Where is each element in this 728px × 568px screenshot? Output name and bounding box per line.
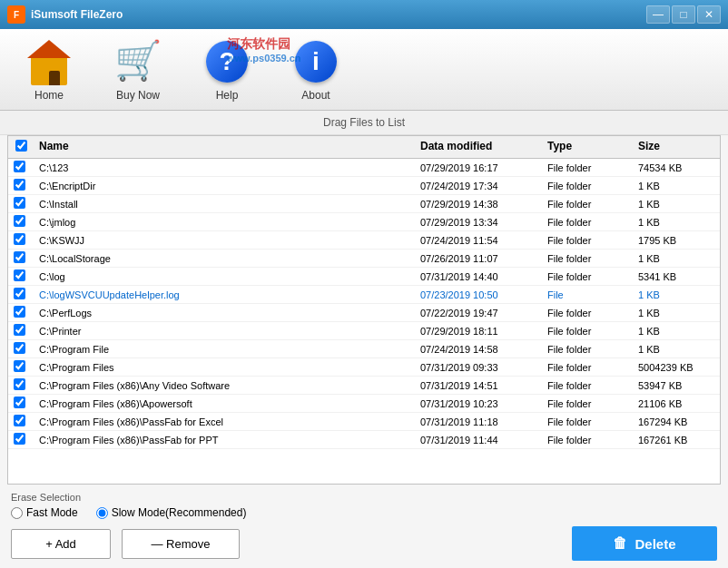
row-type: File folder	[547, 326, 638, 337]
row-checkbox[interactable]	[14, 179, 25, 191]
row-checkbox[interactable]	[14, 342, 25, 354]
toolbar-about[interactable]: i About	[285, 34, 347, 105]
row-modified: 07/31/2019 14:40	[420, 271, 547, 282]
table-row[interactable]: C:\Program Files 07/31/2019 09:33 File f…	[8, 358, 720, 377]
row-checkbox[interactable]	[14, 197, 25, 209]
table-row[interactable]: C:\PerfLogs 07/22/2019 19:47 File folder…	[8, 304, 720, 322]
fast-mode-input[interactable]	[11, 507, 23, 519]
app-icon: F	[7, 5, 25, 24]
row-name: C:\Printer	[35, 326, 420, 337]
row-modified: 07/29/2019 14:38	[420, 199, 547, 210]
table-row[interactable]: C:\Program Files (x86)\Apowersoft 07/31/…	[8, 395, 720, 413]
row-modified: 07/24/2019 14:58	[420, 344, 547, 355]
row-modified: 07/22/2019 19:47	[420, 308, 547, 318]
row-checkbox[interactable]	[14, 161, 25, 172]
delete-label: Delete	[635, 536, 675, 552]
file-list-container: Name Data modified Type Size C:\123 07/2…	[7, 135, 721, 485]
row-name: C:\Install	[35, 199, 420, 210]
row-checkbox[interactable]	[14, 269, 25, 281]
table-row[interactable]: C:\LocalStorage 07/26/2019 11:07 File fo…	[8, 250, 720, 268]
row-name: C:\jmlog	[35, 217, 420, 228]
maximize-button[interactable]: □	[672, 5, 695, 24]
row-checkbox-cell	[8, 288, 35, 301]
row-size: 5341 KB	[638, 271, 720, 282]
row-checkbox[interactable]	[14, 215, 25, 227]
row-checkbox[interactable]	[14, 251, 25, 263]
table-row[interactable]: C:\logWSVCUUpdateHelper.log 07/23/2019 1…	[8, 286, 720, 304]
main-content: Drag Files to List Name Data modified Ty…	[0, 111, 728, 568]
row-modified: 07/31/2019 10:23	[420, 398, 547, 409]
header-modified: Data modified	[420, 140, 547, 154]
header-checkbox[interactable]	[15, 140, 27, 152]
row-name: C:\LocalStorage	[35, 253, 420, 264]
row-checkbox-cell	[8, 197, 35, 211]
row-checkbox[interactable]	[14, 378, 25, 390]
row-size: 1 KB	[638, 253, 720, 264]
row-size: 1 KB	[638, 217, 720, 228]
table-row[interactable]: C:\Program Files (x86)\PassFab for Excel…	[8, 413, 720, 431]
add-button[interactable]: + Add	[11, 529, 111, 559]
about-label: About	[301, 89, 330, 102]
row-checkbox[interactable]	[14, 233, 25, 245]
row-size: 1 KB	[638, 181, 720, 191]
header-check	[8, 140, 35, 154]
table-row[interactable]: C:\Program File 07/24/2019 14:58 File fo…	[8, 340, 720, 358]
table-row[interactable]: C:\Program Files (x86)\Any Video Softwar…	[8, 377, 720, 395]
about-icon: i	[292, 38, 339, 85]
delete-button[interactable]: 🗑 Delete	[572, 526, 717, 561]
toolbar-buynow[interactable]: 🛒 Buy Now	[107, 34, 169, 105]
table-row[interactable]: C:\123 07/29/2019 16:17 File folder 7453…	[8, 159, 720, 177]
toolbar-help[interactable]: ? Help	[196, 34, 258, 105]
header-name: Name	[35, 140, 420, 154]
row-checkbox-cell	[8, 433, 35, 446]
row-size: 167294 KB	[638, 416, 720, 427]
row-name: C:\Program Files (x86)\Apowersoft	[35, 398, 420, 409]
table-row[interactable]: C:\Install 07/29/2019 14:38 File folder …	[8, 195, 720, 213]
row-checkbox-cell	[8, 415, 35, 428]
delete-icon: 🗑	[613, 535, 627, 552]
table-row[interactable]: C:\KSWJJ 07/24/2019 11:54 File folder 17…	[8, 231, 720, 250]
row-size: 1 KB	[638, 199, 720, 210]
row-checkbox-cell	[8, 251, 35, 265]
row-checkbox[interactable]	[14, 415, 25, 426]
row-checkbox[interactable]	[14, 397, 25, 408]
row-type: File folder	[547, 380, 638, 391]
row-type: File folder	[547, 435, 638, 446]
row-size: 74534 KB	[638, 162, 720, 173]
slow-mode-radio[interactable]: Slow Mode(Recommended)	[96, 506, 247, 519]
fast-mode-radio[interactable]: Fast Mode	[11, 506, 78, 519]
table-row[interactable]: C:\EncriptDir 07/24/2019 17:34 File fold…	[8, 177, 720, 195]
slow-mode-input[interactable]	[96, 507, 108, 519]
toolbar-home[interactable]: Home	[18, 34, 80, 105]
remove-button[interactable]: — Remove	[122, 529, 240, 559]
minimize-button[interactable]: —	[646, 5, 670, 24]
row-checkbox[interactable]	[14, 288, 25, 299]
table-row[interactable]: C:\jmlog 07/29/2019 13:34 File folder 1 …	[8, 213, 720, 231]
buynow-label: Buy Now	[116, 89, 160, 102]
row-type: File folder	[547, 416, 638, 427]
row-checkbox[interactable]	[14, 360, 25, 372]
row-checkbox-cell	[8, 397, 35, 410]
table-row[interactable]: C:\log 07/31/2019 14:40 File folder 5341…	[8, 268, 720, 286]
row-checkbox[interactable]	[14, 306, 25, 318]
table-row[interactable]: C:\Printer 07/29/2019 18:11 File folder …	[8, 322, 720, 340]
row-size: 1 KB	[638, 344, 720, 355]
toolbar: 河东软件园 www.ps0359.cn Home 🛒 Buy Now ? Hel…	[0, 29, 728, 111]
drag-header: Drag Files to List	[0, 111, 728, 135]
file-list-body[interactable]: C:\123 07/29/2019 16:17 File folder 7453…	[8, 159, 720, 483]
close-button[interactable]: ✕	[697, 5, 721, 24]
erase-selection: Erase Selection Fast Mode Slow Mode(Reco…	[11, 492, 717, 519]
action-buttons: + Add — Remove 🗑 Delete	[11, 526, 717, 561]
table-row[interactable]: C:\Program Files (x86)\PassFab for PPT 0…	[8, 431, 720, 449]
row-size: 1 KB	[638, 308, 720, 318]
slow-mode-label: Slow Mode(Recommended)	[112, 506, 247, 519]
cart-icon: 🛒	[114, 38, 162, 85]
row-type: File folder	[547, 199, 638, 210]
radio-group: Fast Mode Slow Mode(Recommended)	[11, 506, 717, 519]
row-size: 53947 KB	[638, 380, 720, 391]
row-checkbox[interactable]	[14, 324, 25, 336]
row-size: 1 KB	[638, 326, 720, 337]
row-checkbox[interactable]	[14, 433, 25, 445]
row-name: C:\KSWJJ	[35, 235, 420, 246]
row-type: File folder	[547, 181, 638, 191]
